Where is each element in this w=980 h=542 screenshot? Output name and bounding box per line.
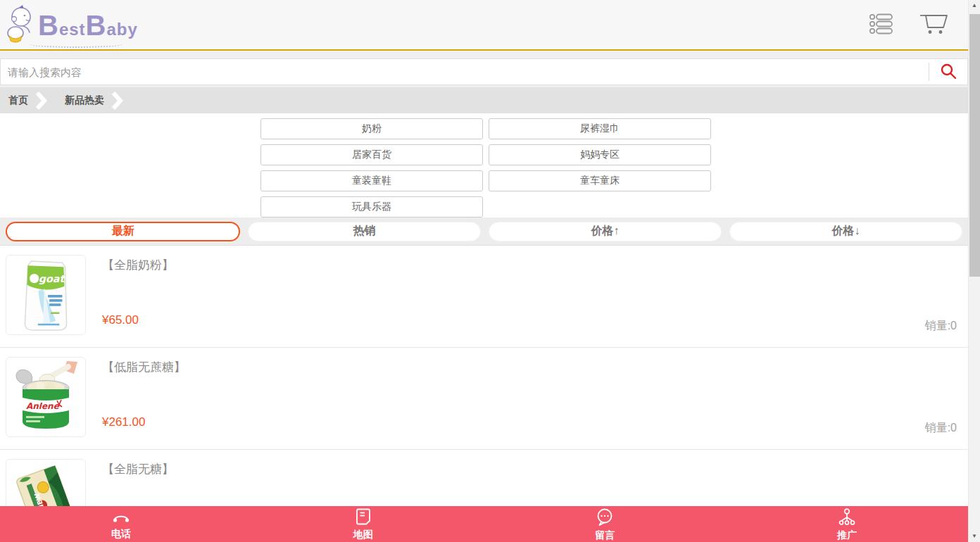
product-image: goat xyxy=(6,255,86,335)
header: BestBaby xyxy=(0,0,968,51)
search-button[interactable] xyxy=(929,59,967,84)
product-title: 【全脂奶粉】 xyxy=(102,257,174,273)
breadcrumb-home[interactable]: 首页 xyxy=(8,94,28,107)
category-mom-zone[interactable]: 妈妈专区 xyxy=(489,144,711,165)
category-diapers-wipes[interactable]: 尿裤湿巾 xyxy=(489,118,711,139)
scrollbar-thumb[interactable] xyxy=(969,14,980,277)
map-icon xyxy=(356,508,371,528)
breadcrumb-new-hot[interactable]: 新品热卖 xyxy=(65,94,104,107)
logo-dotted-trail xyxy=(30,41,122,48)
baby-logo-icon xyxy=(6,4,38,48)
bottom-nav: 电话 地图 留言 xyxy=(0,506,968,542)
category-home-goods[interactable]: 居家百货 xyxy=(260,144,483,165)
category-stroller-crib[interactable]: 童车童床 xyxy=(489,170,711,191)
nav-item-phone[interactable]: 电话 xyxy=(0,506,242,542)
nav-item-promote[interactable]: 推广 xyxy=(726,506,968,542)
header-icons xyxy=(869,10,948,37)
search-section xyxy=(0,51,968,87)
svg-text:goat: goat xyxy=(39,273,66,285)
chevron-right-icon xyxy=(35,92,48,110)
chevron-right-icon xyxy=(111,92,124,110)
search-bar xyxy=(0,58,968,85)
nav-label: 电话 xyxy=(111,528,131,541)
category-toys-instruments[interactable]: 玩具乐器 xyxy=(260,196,483,218)
product-title: 【低脂无蔗糖】 xyxy=(102,359,186,375)
promote-icon xyxy=(838,508,856,529)
scroll-down-icon[interactable]: ▼ xyxy=(969,533,980,540)
sort-tab-hot[interactable]: 热销 xyxy=(248,222,481,241)
page: BestBaby xyxy=(0,0,968,542)
category-milk-powder[interactable]: 奶粉 xyxy=(260,118,483,139)
nav-label: 推广 xyxy=(837,529,857,542)
product-price: ¥65.00 xyxy=(102,313,139,327)
logo-text: BestBaby xyxy=(38,11,138,39)
category-kids-clothes-shoes[interactable]: 童装童鞋 xyxy=(260,170,483,191)
product-price: ¥261.00 xyxy=(102,415,145,429)
product-row[interactable]: goat 【全脂奶粉】 ¥65.00 销量:0 xyxy=(0,246,968,348)
product-sales: 销量:0 xyxy=(925,319,957,334)
svg-text:Anlene: Anlene xyxy=(26,401,60,411)
nav-label: 地图 xyxy=(353,529,373,541)
message-icon xyxy=(596,508,614,529)
sort-tab-price-asc[interactable]: 价格↑ xyxy=(489,222,722,241)
product-list: goat 【全脂奶粉】 ¥65.00 销量:0 xyxy=(0,246,968,542)
product-sales: 销量:0 xyxy=(925,421,957,436)
nav-item-map[interactable]: 地图 xyxy=(242,506,484,542)
phone-icon xyxy=(111,509,131,527)
logo[interactable]: BestBaby xyxy=(6,4,138,48)
search-icon xyxy=(939,62,957,82)
product-image: Anlene xyxy=(6,357,86,437)
logo-word-best: Best xyxy=(38,11,86,39)
sort-tab-price-desc[interactable]: 价格↓ xyxy=(729,222,962,241)
sort-bar: 最新 热销 价格↑ 价格↓ xyxy=(0,218,968,246)
search-input[interactable] xyxy=(1,59,929,84)
product-row[interactable]: Anlene 【低脂无蔗糖】 ¥261.00 销量:0 xyxy=(0,348,968,450)
category-grid: 奶粉 尿裤湿巾 居家百货 妈妈专区 童装童鞋 童车童床 玩具乐器 xyxy=(260,118,711,218)
sort-tab-newest[interactable]: 最新 xyxy=(6,222,240,241)
logo-word-baby: Baby xyxy=(86,11,138,39)
scroll-up-icon[interactable]: ▲ xyxy=(969,2,980,9)
category-section: 奶粉 尿裤湿巾 居家百货 妈妈专区 童装童鞋 童车童床 玩具乐器 xyxy=(0,113,968,218)
scrollbar-track[interactable]: ▲ ▼ xyxy=(968,0,980,542)
breadcrumb: 首页 新品热卖 xyxy=(0,87,968,113)
product-title: 【全脂无糖】 xyxy=(102,461,174,477)
nav-label: 留言 xyxy=(595,529,615,542)
nav-item-message[interactable]: 留言 xyxy=(484,506,727,542)
list-icon[interactable] xyxy=(869,12,893,35)
cart-icon[interactable] xyxy=(919,10,948,37)
